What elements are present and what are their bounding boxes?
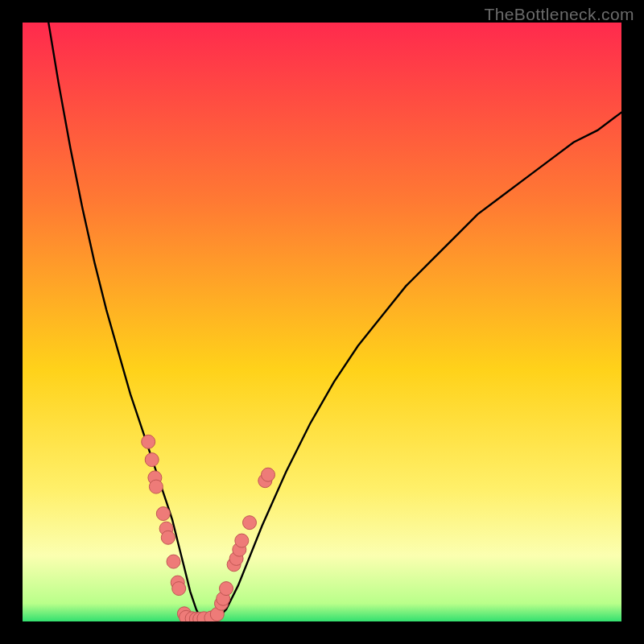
plot-area (23, 23, 621, 621)
svg-rect-0 (23, 23, 621, 621)
chart-frame: TheBottleneck.com (0, 0, 644, 644)
background-gradient (23, 23, 621, 621)
watermark-text: TheBottleneck.com (484, 5, 634, 24)
